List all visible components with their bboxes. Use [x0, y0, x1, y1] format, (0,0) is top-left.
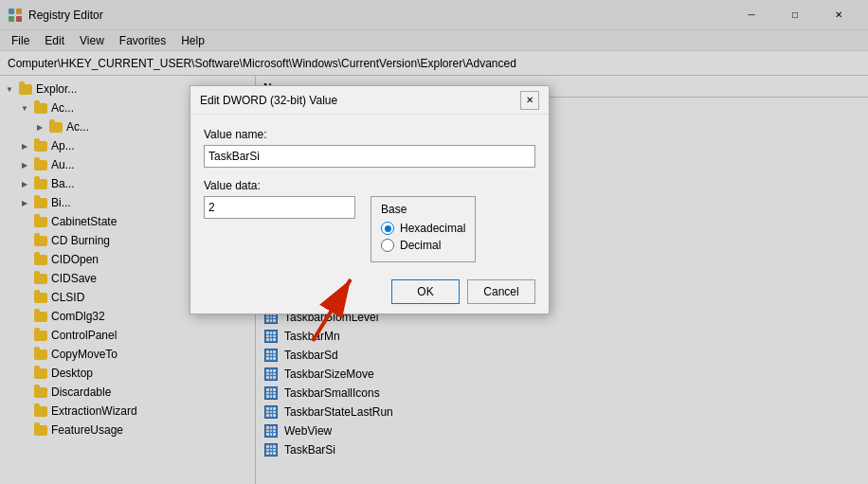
- value-name-input[interactable]: [204, 145, 535, 168]
- modal-backdrop: Edit DWORD (32-bit) Value ✕ Value name: …: [0, 0, 868, 484]
- base-label: Base: [381, 203, 465, 216]
- dialog-body: Value name: Value data: Base Hexadecimal: [190, 115, 549, 314]
- dialog-titlebar: Edit DWORD (32-bit) Value ✕: [190, 86, 549, 115]
- ok-button[interactable]: OK: [391, 279, 460, 304]
- dialog-close-button[interactable]: ✕: [520, 91, 539, 110]
- hex-label: Hexadecimal: [400, 222, 465, 235]
- edit-dword-dialog: Edit DWORD (32-bit) Value ✕ Value name: …: [190, 85, 550, 314]
- dialog-title: Edit DWORD (32-bit) Value: [200, 94, 520, 107]
- dec-label: Decimal: [400, 239, 441, 252]
- base-group: Base Hexadecimal Decimal: [371, 196, 476, 262]
- hex-radio-circle: [381, 222, 394, 235]
- hexadecimal-radio[interactable]: Hexadecimal: [381, 222, 465, 235]
- value-data-input[interactable]: [204, 196, 355, 219]
- decimal-radio[interactable]: Decimal: [381, 239, 465, 252]
- hex-radio-fill: [385, 225, 391, 232]
- value-name-label: Value name:: [204, 128, 535, 141]
- value-data-row: Base Hexadecimal Decimal: [204, 196, 535, 262]
- dialog-buttons: OK Cancel: [204, 276, 535, 304]
- value-data-label: Value data:: [204, 179, 535, 192]
- cancel-button[interactable]: Cancel: [467, 279, 535, 304]
- dec-radio-circle: [381, 239, 394, 252]
